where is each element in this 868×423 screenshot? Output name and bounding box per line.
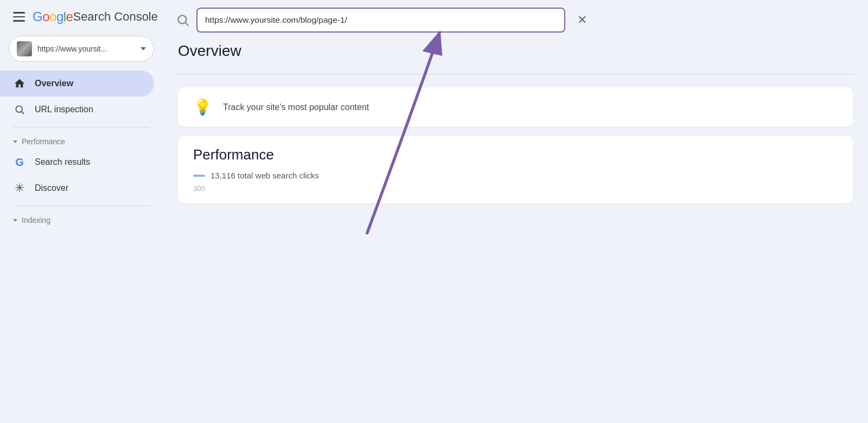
performance-chevron-icon xyxy=(13,140,17,143)
metric-label: 13,116 total web search clicks xyxy=(210,171,319,180)
sidebar-item-search-results-label: Search results xyxy=(35,157,90,167)
metric-line-icon xyxy=(193,175,205,177)
track-card: 💡 Track your site's most popular content xyxy=(178,87,853,127)
logo-o2: o xyxy=(49,9,56,24)
indexing-chevron-icon xyxy=(13,219,17,222)
site-selector-chevron-icon xyxy=(141,47,146,50)
topbar-search-icon xyxy=(176,13,190,27)
home-icon xyxy=(13,77,26,90)
logo-g: G xyxy=(33,9,42,24)
site-selector[interactable]: https://www.yoursit... xyxy=(9,36,154,62)
sidebar-item-overview[interactable]: Overview xyxy=(0,70,154,97)
indexing-section-label[interactable]: Indexing xyxy=(0,210,163,228)
sidebar-item-url-inspection[interactable]: URL inspection xyxy=(0,97,154,123)
top-bar: ✕ xyxy=(163,0,868,40)
perf-metric: 13,116 total web search clicks xyxy=(193,171,838,180)
url-input-wrapper[interactable] xyxy=(196,8,565,33)
sidebar-item-discover-label: Discover xyxy=(35,183,68,193)
google-logo: Google Search Console xyxy=(33,10,158,24)
close-button[interactable]: ✕ xyxy=(572,11,592,29)
google-g-icon: G xyxy=(13,156,26,169)
svg-line-3 xyxy=(186,23,188,25)
performance-label: Performance xyxy=(22,137,65,146)
overview-title: Overview xyxy=(178,40,853,65)
site-favicon xyxy=(17,41,32,56)
sidebar-item-search-results[interactable]: G Search results xyxy=(0,149,154,175)
nav-section-main: Overview URL inspection Performance G Se… xyxy=(0,70,163,228)
performance-section-label[interactable]: Performance xyxy=(0,132,163,149)
overview-divider xyxy=(178,74,853,74)
site-url-display: https://www.yoursit... xyxy=(37,44,135,53)
sidebar-item-url-inspection-label: URL inspection xyxy=(35,105,93,114)
performance-card-title: Performance xyxy=(193,146,838,163)
discover-icon: ✳ xyxy=(13,182,26,195)
nav-divider-2 xyxy=(13,206,150,206)
logo-o1: o xyxy=(42,9,49,24)
track-text: Track your site's most popular content xyxy=(223,102,369,112)
sidebar: Google Search Console https://www.yoursi… xyxy=(0,0,163,423)
sidebar-item-discover[interactable]: ✳ Discover xyxy=(0,175,154,201)
sidebar-item-overview-label: Overview xyxy=(35,79,73,88)
svg-line-1 xyxy=(22,112,24,114)
search-icon xyxy=(13,103,26,116)
hamburger-menu-button[interactable] xyxy=(11,10,27,24)
lightbulb-icon: 💡 xyxy=(193,98,212,116)
chart-value: 300 xyxy=(193,180,838,193)
logo-e: e xyxy=(66,9,73,24)
url-input[interactable] xyxy=(205,15,557,25)
sidebar-header: Google Search Console xyxy=(0,0,163,31)
nav-divider-1 xyxy=(13,127,150,127)
performance-card: Performance 13,116 total web search clic… xyxy=(178,136,853,203)
indexing-label: Indexing xyxy=(22,216,50,225)
main-wrapper: ✕ Overview 💡 Track your site's most popu… xyxy=(163,0,868,423)
logo-g2: g xyxy=(56,9,63,24)
logo-suffix: Search Console xyxy=(73,10,158,24)
overview-section: Overview 💡 Track your site's most popula… xyxy=(163,40,868,423)
